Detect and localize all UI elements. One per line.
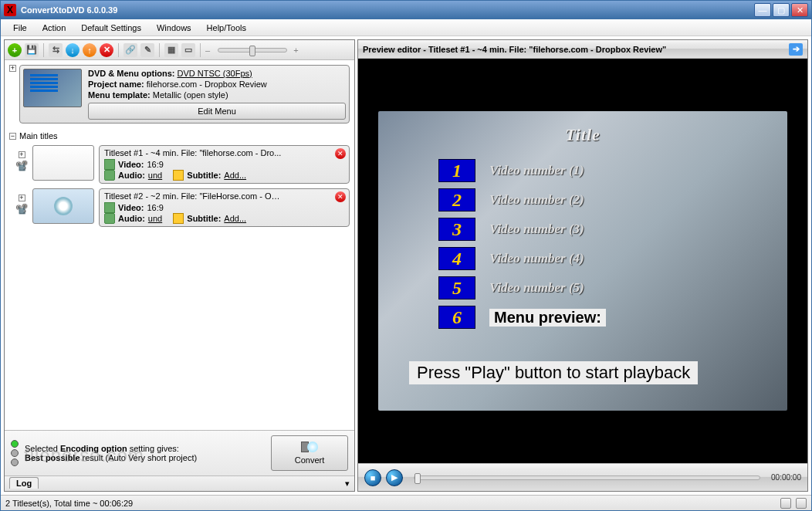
status-icon-1[interactable] <box>780 498 791 509</box>
play-button[interactable]: ▶ <box>386 469 403 486</box>
project-name-value: filehorse.com - Dropbox Review <box>147 80 267 89</box>
enc-line1b: Encoding option <box>60 444 127 453</box>
expander-project[interactable]: + <box>9 65 16 72</box>
edit-icon[interactable]: ✎ <box>140 43 154 57</box>
project-name-label: Project name: <box>88 80 144 89</box>
menu-default-settings[interactable]: Default Settings <box>75 22 147 34</box>
expander-titleset[interactable]: + <box>19 195 25 201</box>
titleset-thumbnail[interactable] <box>32 145 94 181</box>
titleset-thumbnail[interactable] <box>32 188 94 224</box>
menu-number: 4 <box>438 247 475 270</box>
titleset-info: ✕ Titleset #1 - ~4 min. File: "filehorse… <box>99 145 350 184</box>
preview-next-icon[interactable]: ➔ <box>789 43 803 56</box>
menu-item[interactable]: 2Video number (2) <box>438 188 606 212</box>
enc-line2b: result (Auto Very short project) <box>80 453 198 462</box>
subtitle-value[interactable]: Add... <box>224 171 246 180</box>
log-tab[interactable]: Log <box>9 477 39 489</box>
edit-menu-button[interactable]: Edit Menu <box>88 103 346 120</box>
menu-number: 3 <box>438 218 475 241</box>
menu-help-tools[interactable]: Help/Tools <box>201 22 252 34</box>
menu-windows[interactable]: Windows <box>151 22 198 34</box>
audio-value[interactable]: und <box>148 171 162 180</box>
traffic-light-icon <box>11 440 19 466</box>
remove-icon[interactable]: ✕ <box>100 43 113 57</box>
merge-icon[interactable]: ⇆ <box>49 43 63 57</box>
statusbar: 2 Titleset(s), Total time ~ 00:06:29 <box>1 495 811 510</box>
subtitle-value[interactable]: Add... <box>224 214 246 223</box>
titleset-row[interactable]: + 📽️ ✕ Titleset #2 - ~2 min. File: "File… <box>9 188 350 227</box>
collapse-icon[interactable]: ▭ <box>181 43 195 57</box>
move-down-icon[interactable]: ↓ <box>66 43 80 57</box>
remove-titleset-icon[interactable]: ✕ <box>335 191 346 202</box>
options-value[interactable]: DVD NTSC (30Fps) <box>178 69 252 78</box>
encoding-footer: filehorse.com Selected Encoding option s… <box>5 430 354 475</box>
audio-icon <box>104 170 115 181</box>
minimize-button[interactable]: — <box>754 3 771 17</box>
separator <box>43 43 44 57</box>
subtitle-label: Subtitle: <box>187 171 221 180</box>
preview-header: Preview editor - Titleset #1 - ~4 min. F… <box>358 40 807 59</box>
preview-title: Title <box>565 125 601 145</box>
slider-thumb[interactable] <box>249 46 255 56</box>
menu-number: 2 <box>438 188 475 212</box>
menu-label: Menu preview: <box>489 309 606 327</box>
zoom-out-icon[interactable]: – <box>205 46 210 55</box>
video-label: Video: <box>118 203 144 212</box>
menu-item[interactable]: 3Video number (3) <box>438 218 606 241</box>
titleset-row[interactable]: + 📽️ ✕ Titleset #1 - ~4 min. File: "file… <box>9 145 350 184</box>
options-label: DVD & Menu options: <box>88 69 174 78</box>
menu-label: Video number (3) <box>489 222 584 237</box>
app-logo-icon: X <box>4 4 16 16</box>
titleset-title: Titleset #2 - ~2 min. File: "FileHorse.c… <box>104 191 282 201</box>
menu-item[interactable]: 1Video number (1) <box>438 159 606 182</box>
save-icon[interactable]: 💾 <box>25 43 39 57</box>
titleset-tree: − Main titles + 📽️ ✕ Titleset #1 - ~4 mi… <box>5 128 354 430</box>
stop-button[interactable]: ■ <box>364 469 381 486</box>
audio-value[interactable]: und <box>148 214 162 223</box>
menu-number: 1 <box>438 159 475 182</box>
template-label: Menu template: <box>88 90 151 100</box>
titleset-info: ✕ Titleset #2 - ~2 min. File: "FileHorse… <box>99 188 350 227</box>
add-file-icon[interactable]: + <box>8 43 22 57</box>
template-value: Metallic (open style) <box>153 90 228 100</box>
menu-action[interactable]: Action <box>36 22 73 34</box>
status-icon-2[interactable] <box>796 498 807 509</box>
maximize-button[interactable]: ▢ <box>773 3 790 17</box>
seek-slider[interactable] <box>414 475 760 480</box>
move-up-icon[interactable]: ↑ <box>83 43 96 57</box>
menu-number: 5 <box>438 276 475 299</box>
link-icon[interactable]: 🔗 <box>123 43 137 57</box>
press-play-label: Press "Play" button to start playback <box>409 361 698 384</box>
menu-file[interactable]: File <box>7 22 33 34</box>
audio-label: Audio: <box>118 214 145 223</box>
video-label: Video: <box>118 160 144 169</box>
right-pane: Preview editor - Titleset #1 - ~4 min. F… <box>357 39 808 492</box>
log-chevron-icon[interactable]: ▾ <box>345 479 350 489</box>
convert-button[interactable]: Convert <box>271 435 348 471</box>
menu-label: Video number (1) <box>489 163 584 178</box>
remove-titleset-icon[interactable]: ✕ <box>335 148 346 159</box>
expander-main-titles[interactable]: − <box>9 133 16 140</box>
zoom-in-icon[interactable]: + <box>293 46 298 55</box>
menu-item[interactable]: 5Video number (5) <box>438 276 606 299</box>
menu-number: 6 <box>438 306 475 329</box>
menu-item[interactable]: 6Menu preview: <box>438 306 606 329</box>
convert-label: Convert <box>295 455 325 465</box>
close-button[interactable]: ✕ <box>791 3 808 17</box>
expand-icon[interactable]: ▦ <box>164 43 178 57</box>
menu-item[interactable]: 4Video number (4) <box>438 247 606 270</box>
subtitle-icon <box>173 213 184 224</box>
separator <box>118 43 119 57</box>
project-box: DVD & Menu options: DVD NTSC (30Fps) Pro… <box>19 65 350 124</box>
menu-label: Video number (4) <box>489 251 584 266</box>
log-bar: Log ▾ <box>5 475 354 491</box>
separator <box>200 43 201 57</box>
zoom-slider[interactable] <box>218 48 287 52</box>
expander-titleset[interactable]: + <box>19 151 25 158</box>
subtitle-label: Subtitle: <box>187 214 221 223</box>
seek-thumb[interactable] <box>414 473 421 484</box>
titleset-title: Titleset #1 - ~4 min. File: "filehorse.c… <box>104 148 282 157</box>
preview-canvas: Title 1Video number (1) 2Video number (2… <box>378 111 787 411</box>
separator <box>159 43 160 57</box>
menu-label: Video number (2) <box>489 192 584 208</box>
